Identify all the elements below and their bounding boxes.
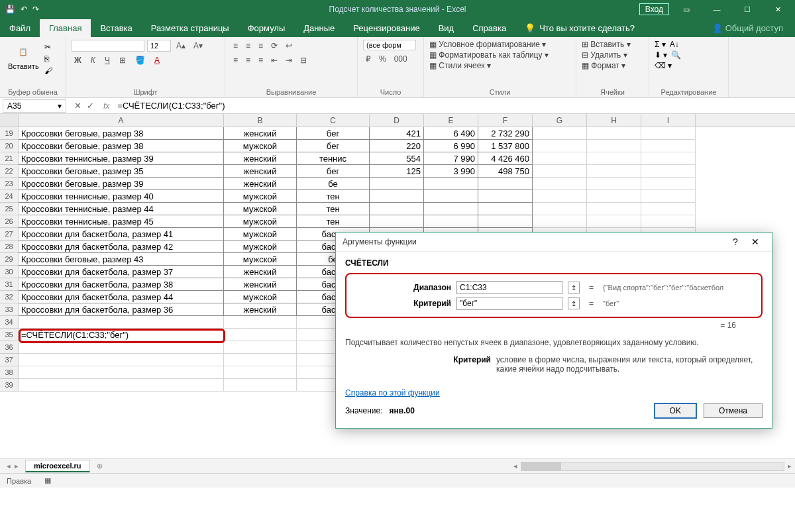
align-left-icon[interactable]: ≡	[231, 54, 240, 66]
column-header[interactable]: C	[297, 114, 370, 127]
cell[interactable]: бе	[297, 178, 370, 190]
insert-cells-button[interactable]: ⊞ Вставить ▾	[582, 40, 631, 49]
cell[interactable]	[587, 178, 641, 190]
cell[interactable]: 6 490	[424, 127, 478, 140]
horizontal-scrollbar[interactable]: ◂▸	[510, 461, 795, 472]
cell[interactable]: мужской	[224, 215, 297, 228]
cell[interactable]: женский	[224, 178, 297, 190]
cell[interactable]	[533, 152, 587, 165]
arg-range-input[interactable]	[456, 281, 562, 294]
format-painter-icon[interactable]: 🖌	[44, 66, 52, 76]
cell[interactable]: 2 732 290	[478, 127, 533, 140]
conditional-format-button[interactable]: ▦ Условное форматирование ▾	[429, 40, 546, 49]
cell[interactable]	[587, 215, 641, 228]
cell[interactable]: Кроссовки теннисные, размер 40	[19, 190, 224, 203]
fx-icon[interactable]: fx	[99, 101, 113, 111]
cell[interactable]	[587, 127, 641, 140]
cell[interactable]	[641, 178, 696, 190]
row-header[interactable]: 23	[0, 178, 19, 190]
sort-filter-icon[interactable]: A↓	[670, 40, 679, 49]
tab-insert[interactable]: Вставка	[91, 19, 141, 37]
cell[interactable]	[478, 190, 533, 203]
row-header[interactable]: 32	[0, 291, 19, 303]
cell[interactable]: Кроссовки теннисные, размер 39	[19, 152, 224, 165]
row-header[interactable]: 33	[0, 303, 19, 316]
cell[interactable]	[587, 152, 641, 165]
sheet-nav-next-icon[interactable]: ▸	[15, 462, 19, 470]
cell[interactable]: 7 990	[424, 152, 478, 165]
row-header[interactable]: 22	[0, 165, 19, 178]
cell[interactable]	[641, 203, 696, 215]
delete-cells-button[interactable]: ⊟ Удалить ▾	[582, 50, 627, 60]
cell[interactable]	[224, 329, 297, 341]
column-header[interactable]: E	[424, 114, 478, 127]
cell[interactable]: Кроссовки беговые, размер 38	[19, 140, 224, 152]
cell[interactable]: женский	[224, 165, 297, 178]
cell[interactable]: 421	[370, 127, 424, 140]
cell[interactable]: мужской	[224, 228, 297, 240]
select-all-corner[interactable]	[0, 114, 19, 127]
cell[interactable]: 220	[370, 140, 424, 152]
cell[interactable]	[370, 215, 424, 228]
row-header[interactable]: 29	[0, 253, 19, 266]
cell[interactable]: Кроссовки для баскетбола, размер 38	[19, 278, 224, 291]
redo-icon[interactable]: ↷	[32, 5, 39, 14]
align-bottom-icon[interactable]: ≡	[256, 40, 266, 52]
cell[interactable]	[641, 152, 696, 165]
column-header[interactable]: G	[533, 114, 587, 127]
cell[interactable]	[533, 190, 587, 203]
row-header[interactable]: 21	[0, 152, 19, 165]
cell[interactable]: Кроссовки беговые, размер 35	[19, 165, 224, 178]
cell[interactable]	[533, 215, 587, 228]
minimize-icon[interactable]: —	[704, 0, 730, 19]
cell[interactable]: Кроссовки для баскетбола, размер 36	[19, 303, 224, 316]
row-header[interactable]: 39	[0, 379, 19, 392]
dialog-help-icon[interactable]: ?	[725, 237, 745, 247]
cell[interactable]: мужской	[224, 190, 297, 203]
cell[interactable]: мужской	[224, 240, 297, 253]
column-header[interactable]: B	[224, 114, 297, 127]
cell[interactable]: Кроссовки теннисные, размер 45	[19, 215, 224, 228]
tab-review[interactable]: Рецензирование	[344, 19, 429, 37]
undo-icon[interactable]: ↶	[21, 5, 27, 14]
cell[interactable]: мужской	[224, 291, 297, 303]
orientation-icon[interactable]: ⟳	[268, 40, 280, 52]
align-center-icon[interactable]: ≡	[243, 54, 253, 66]
dialog-close-icon[interactable]: ✕	[745, 237, 765, 247]
currency-icon[interactable]: ₽	[363, 53, 374, 65]
row-header[interactable]: 28	[0, 240, 19, 253]
align-top-icon[interactable]: ≡	[231, 40, 240, 52]
row-header[interactable]: 35	[0, 329, 19, 341]
cell[interactable]: =СЧЁТЕСЛИ(C1:C33;"бег")	[19, 329, 224, 341]
merge-icon[interactable]: ⊟	[297, 54, 309, 66]
ribbon-options-icon[interactable]: ▭	[673, 0, 700, 19]
cell[interactable]: Кроссовки беговые, размер 39	[19, 178, 224, 190]
save-icon[interactable]: 💾	[5, 5, 15, 14]
cell[interactable]	[587, 140, 641, 152]
row-header[interactable]: 26	[0, 215, 19, 228]
range-picker-icon[interactable]: ↥	[568, 297, 580, 309]
clear-icon[interactable]: ⌫ ▾	[655, 61, 672, 70]
row-header[interactable]: 19	[0, 127, 19, 140]
close-icon[interactable]: ✕	[765, 0, 791, 19]
cell[interactable]: 554	[370, 152, 424, 165]
cell[interactable]: мужской	[224, 140, 297, 152]
cell[interactable]	[19, 379, 224, 392]
cell[interactable]: мужской	[224, 203, 297, 215]
cell[interactable]: 498 750	[478, 165, 533, 178]
increase-font-icon[interactable]: A▴	[174, 40, 188, 52]
cell[interactable]: женский	[224, 266, 297, 278]
cell[interactable]: женский	[224, 127, 297, 140]
tell-me[interactable]: 💡Что вы хотите сделать?	[515, 19, 644, 37]
add-sheet-icon[interactable]: ⊕	[90, 462, 109, 470]
cancel-formula-icon[interactable]: ✕	[74, 101, 81, 111]
cell[interactable]	[478, 215, 533, 228]
cell[interactable]	[533, 203, 587, 215]
cell[interactable]	[19, 366, 224, 379]
cell[interactable]	[478, 203, 533, 215]
formula-input[interactable]	[113, 99, 795, 112]
row-header[interactable]: 37	[0, 354, 19, 366]
autosum-icon[interactable]: Σ ▾	[655, 40, 666, 49]
cell[interactable]: женский	[224, 303, 297, 316]
cell[interactable]	[224, 379, 297, 392]
